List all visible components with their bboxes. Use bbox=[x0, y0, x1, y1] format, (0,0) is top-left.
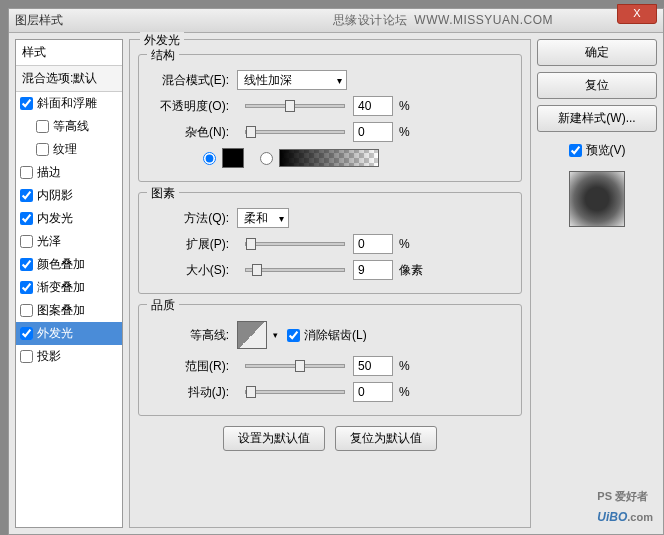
structure-group: 结构 混合模式(E): 线性加深 不透明度(O): % 杂色(N): bbox=[138, 54, 522, 182]
noise-input[interactable] bbox=[353, 122, 393, 142]
noise-label: 杂色(N): bbox=[147, 124, 237, 141]
opacity-label: 不透明度(O): bbox=[147, 98, 237, 115]
sidebar-header: 样式 bbox=[16, 40, 122, 66]
quality-group: 品质 等高线: 消除锯齿(L) 范围(R): % bbox=[138, 304, 522, 416]
sidebar-checkbox-2[interactable] bbox=[36, 143, 49, 156]
size-label: 大小(S): bbox=[147, 262, 237, 279]
sidebar-label-10: 外发光 bbox=[37, 325, 73, 342]
blend-mode-select[interactable]: 线性加深 bbox=[237, 70, 347, 90]
jitter-label: 抖动(J): bbox=[147, 384, 237, 401]
sidebar-item-11[interactable]: 投影 bbox=[16, 345, 122, 368]
preview-label: 预览(V) bbox=[586, 142, 626, 159]
outer-glow-panel: 外发光 结构 混合模式(E): 线性加深 不透明度(O): % 杂色(N): bbox=[129, 39, 531, 528]
sidebar-item-3[interactable]: 描边 bbox=[16, 161, 122, 184]
quality-title: 品质 bbox=[147, 297, 179, 314]
sidebar-checkbox-3[interactable] bbox=[20, 166, 33, 179]
window-title: 图层样式 bbox=[15, 12, 63, 29]
elements-title: 图素 bbox=[147, 185, 179, 202]
elements-group: 图素 方法(Q): 柔和 扩展(P): % 大小(S): bbox=[138, 192, 522, 294]
sidebar-label-11: 投影 bbox=[37, 348, 61, 365]
sidebar-label-2: 纹理 bbox=[53, 141, 77, 158]
sidebar-checkbox-10[interactable] bbox=[20, 327, 33, 340]
sidebar-label-5: 内发光 bbox=[37, 210, 73, 227]
range-slider[interactable] bbox=[245, 364, 345, 368]
color-gradient-radio[interactable] bbox=[260, 152, 273, 165]
range-unit: % bbox=[399, 359, 410, 373]
range-label: 范围(R): bbox=[147, 358, 237, 375]
spread-unit: % bbox=[399, 237, 410, 251]
opacity-input[interactable] bbox=[353, 96, 393, 116]
ok-button[interactable]: 确定 bbox=[537, 39, 657, 66]
sidebar-checkbox-7[interactable] bbox=[20, 258, 33, 271]
sidebar-label-9: 图案叠加 bbox=[37, 302, 85, 319]
jitter-slider[interactable] bbox=[245, 390, 345, 394]
spread-slider[interactable] bbox=[245, 242, 345, 246]
spread-input[interactable] bbox=[353, 234, 393, 254]
size-input[interactable] bbox=[353, 260, 393, 280]
sidebar-label-7: 颜色叠加 bbox=[37, 256, 85, 273]
reset-default-button[interactable]: 复位为默认值 bbox=[335, 426, 437, 451]
sidebar-blend-options[interactable]: 混合选项:默认 bbox=[16, 66, 122, 92]
sidebar-item-2[interactable]: 纹理 bbox=[16, 138, 122, 161]
sidebar-item-6[interactable]: 光泽 bbox=[16, 230, 122, 253]
sidebar-label-8: 渐变叠加 bbox=[37, 279, 85, 296]
antialias-checkbox[interactable] bbox=[287, 329, 300, 342]
preview-thumbnail bbox=[569, 171, 625, 227]
size-unit: 像素 bbox=[399, 262, 423, 279]
antialias-label: 消除锯齿(L) bbox=[304, 327, 367, 344]
color-swatch[interactable] bbox=[222, 148, 244, 168]
layer-style-dialog: 图层样式 思缘设计论坛 WWW.MISSYUAN.COM X 样式 混合选项:默… bbox=[8, 8, 664, 535]
dialog-content: 样式 混合选项:默认 斜面和浮雕等高线纹理描边内阴影内发光光泽颜色叠加渐变叠加图… bbox=[9, 33, 663, 534]
styles-sidebar: 样式 混合选项:默认 斜面和浮雕等高线纹理描边内阴影内发光光泽颜色叠加渐变叠加图… bbox=[15, 39, 123, 528]
sidebar-item-10[interactable]: 外发光 bbox=[16, 322, 122, 345]
sidebar-checkbox-4[interactable] bbox=[20, 189, 33, 202]
sidebar-checkbox-9[interactable] bbox=[20, 304, 33, 317]
color-solid-radio[interactable] bbox=[203, 152, 216, 165]
sidebar-checkbox-1[interactable] bbox=[36, 120, 49, 133]
sidebar-item-7[interactable]: 颜色叠加 bbox=[16, 253, 122, 276]
sidebar-label-4: 内阴影 bbox=[37, 187, 73, 204]
sidebar-label-3: 描边 bbox=[37, 164, 61, 181]
technique-select[interactable]: 柔和 bbox=[237, 208, 289, 228]
structure-title: 结构 bbox=[147, 47, 179, 64]
sidebar-item-8[interactable]: 渐变叠加 bbox=[16, 276, 122, 299]
technique-label: 方法(Q): bbox=[147, 210, 237, 227]
preview-checkbox[interactable] bbox=[569, 144, 582, 157]
sidebar-label-6: 光泽 bbox=[37, 233, 61, 250]
noise-slider[interactable] bbox=[245, 130, 345, 134]
close-button[interactable]: X bbox=[617, 4, 657, 24]
sidebar-checkbox-8[interactable] bbox=[20, 281, 33, 294]
sidebar-checkbox-6[interactable] bbox=[20, 235, 33, 248]
sidebar-label-1: 等高线 bbox=[53, 118, 89, 135]
contour-picker[interactable] bbox=[237, 321, 267, 349]
titlebar-url: 思缘设计论坛 WWW.MISSYUAN.COM bbox=[333, 12, 553, 29]
noise-unit: % bbox=[399, 125, 410, 139]
opacity-unit: % bbox=[399, 99, 410, 113]
new-style-button[interactable]: 新建样式(W)... bbox=[537, 105, 657, 132]
right-panel: 确定 复位 新建样式(W)... 预览(V) bbox=[537, 39, 657, 528]
main-panel: 外发光 结构 混合模式(E): 线性加深 不透明度(O): % 杂色(N): bbox=[129, 39, 531, 528]
range-input[interactable] bbox=[353, 356, 393, 376]
set-default-button[interactable]: 设置为默认值 bbox=[223, 426, 325, 451]
contour-label: 等高线: bbox=[147, 327, 237, 344]
cancel-button[interactable]: 复位 bbox=[537, 72, 657, 99]
jitter-input[interactable] bbox=[353, 382, 393, 402]
sidebar-checkbox-0[interactable] bbox=[20, 97, 33, 110]
blend-mode-label: 混合模式(E): bbox=[147, 72, 237, 89]
sidebar-item-9[interactable]: 图案叠加 bbox=[16, 299, 122, 322]
sidebar-checkbox-5[interactable] bbox=[20, 212, 33, 225]
titlebar: 图层样式 思缘设计论坛 WWW.MISSYUAN.COM X bbox=[9, 9, 663, 33]
watermark: PS 爱好者 UiBO.com bbox=[597, 484, 653, 526]
spread-label: 扩展(P): bbox=[147, 236, 237, 253]
gradient-swatch[interactable] bbox=[279, 149, 379, 167]
sidebar-item-4[interactable]: 内阴影 bbox=[16, 184, 122, 207]
sidebar-item-0[interactable]: 斜面和浮雕 bbox=[16, 92, 122, 115]
size-slider[interactable] bbox=[245, 268, 345, 272]
sidebar-checkbox-11[interactable] bbox=[20, 350, 33, 363]
sidebar-label-0: 斜面和浮雕 bbox=[37, 95, 97, 112]
sidebar-item-1[interactable]: 等高线 bbox=[16, 115, 122, 138]
opacity-slider[interactable] bbox=[245, 104, 345, 108]
sidebar-item-5[interactable]: 内发光 bbox=[16, 207, 122, 230]
jitter-unit: % bbox=[399, 385, 410, 399]
